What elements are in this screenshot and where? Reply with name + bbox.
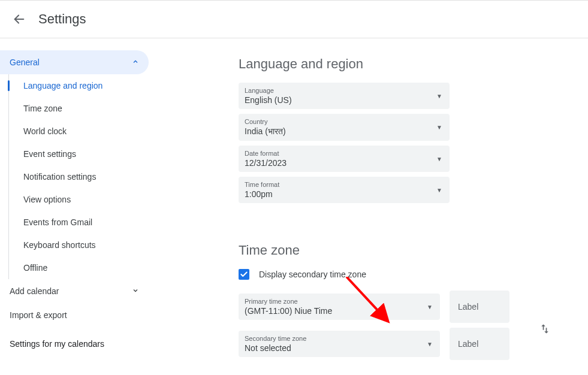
top-bar: Settings — [0, 0, 588, 38]
display-secondary-tz-row: Display secondary time zone — [239, 269, 588, 280]
field-label: Date format — [245, 150, 287, 157]
primary-tz-label-input[interactable]: Label — [450, 291, 509, 323]
chevron-up-icon — [132, 58, 139, 67]
secondary-tz-label-input[interactable]: Label — [450, 328, 509, 360]
chevron-down-icon — [132, 286, 139, 296]
field-value: Not selected — [245, 343, 306, 353]
section-title-timezone: Time zone — [239, 243, 588, 258]
dropdown-icon: ▼ — [436, 156, 442, 162]
dropdown-icon: ▼ — [436, 124, 442, 131]
sidebar-item-language-region[interactable]: Language and region — [9, 74, 149, 97]
sidebar: General Language and region Time zone Wo… — [0, 38, 149, 375]
dropdown-icon: ▼ — [436, 187, 442, 193]
field-label: Language — [245, 87, 292, 94]
language-dropdown[interactable]: Language English (US) ▼ — [239, 83, 450, 109]
field-label: Time format — [245, 181, 279, 188]
dropdown-icon: ▼ — [427, 304, 433, 310]
sidebar-heading-my-calendars: Settings for my calendars — [0, 327, 149, 355]
main-content: Language and region Language English (US… — [149, 38, 588, 375]
sidebar-section-label: Add calendar — [10, 286, 59, 296]
placeholder-text: Label — [458, 339, 478, 349]
dropdown-icon: ▼ — [427, 341, 433, 347]
sidebar-item-view-options[interactable]: View options — [9, 188, 149, 211]
sidebar-item-keyboard-shortcuts[interactable]: Keyboard shortcuts — [9, 234, 149, 256]
sidebar-item-offline[interactable]: Offline — [9, 256, 149, 279]
field-value: India (भारत) — [245, 126, 286, 137]
field-value: 12/31/2023 — [245, 158, 287, 168]
time-format-dropdown[interactable]: Time format 1:00pm ▼ — [239, 177, 450, 203]
primary-timezone-dropdown[interactable]: Primary time zone (GMT-11:00) Niue Time … — [239, 294, 440, 320]
sidebar-section-label: General — [10, 58, 40, 67]
secondary-timezone-dropdown[interactable]: Secondary time zone Not selected ▼ — [239, 331, 440, 357]
sidebar-item-import-export[interactable]: Import & export — [0, 303, 149, 327]
arrow-left-icon — [13, 13, 26, 26]
display-secondary-checkbox[interactable] — [239, 269, 249, 280]
field-value: 1:00pm — [245, 189, 279, 199]
swap-timezones-button[interactable] — [539, 323, 551, 337]
sidebar-item-label: Import & export — [10, 310, 67, 320]
dropdown-icon: ▼ — [436, 93, 442, 99]
check-icon — [240, 270, 248, 279]
sidebar-section-general[interactable]: General — [0, 50, 149, 74]
sidebar-item-notification-settings[interactable]: Notification settings — [9, 165, 149, 188]
sidebar-item-timezone[interactable]: Time zone — [9, 97, 149, 120]
date-format-dropdown[interactable]: Date format 12/31/2023 ▼ — [239, 146, 450, 172]
placeholder-text: Label — [458, 302, 478, 312]
field-label: Country — [245, 118, 286, 125]
sidebar-item-world-clock[interactable]: World clock — [9, 120, 149, 143]
field-label: Secondary time zone — [245, 335, 306, 342]
checkbox-label: Display secondary time zone — [259, 270, 366, 279]
page-title: Settings — [38, 11, 86, 27]
sidebar-section-add-calendar[interactable]: Add calendar — [0, 279, 149, 303]
swap-vertical-icon — [539, 323, 551, 335]
country-dropdown[interactable]: Country India (भारत) ▼ — [239, 114, 450, 141]
sidebar-item-events-gmail[interactable]: Events from Gmail — [9, 211, 149, 234]
section-title-language-region: Language and region — [239, 56, 588, 72]
field-value: (GMT-11:00) Niue Time — [245, 306, 332, 316]
field-label: Primary time zone — [245, 298, 332, 305]
back-button[interactable] — [12, 12, 26, 26]
sidebar-item-event-settings[interactable]: Event settings — [9, 143, 149, 165]
field-value: English (US) — [245, 95, 292, 105]
